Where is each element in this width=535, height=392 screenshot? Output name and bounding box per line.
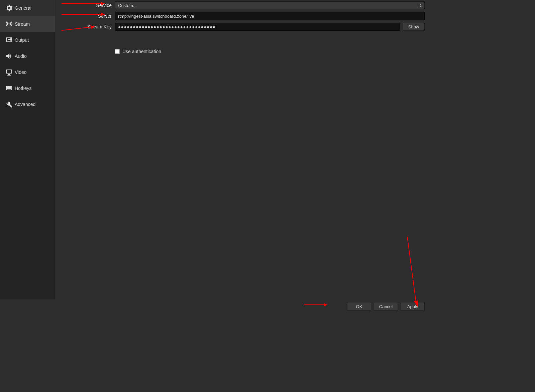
service-select[interactable]: Custom...: [115, 1, 425, 9]
settings-sidebar: General Stream Output Audio: [0, 0, 55, 299]
speaker-icon: [3, 52, 15, 60]
stream-key-label: Stream Key: [55, 24, 115, 29]
monitor-icon: [3, 68, 15, 76]
sidebar-item-output[interactable]: Output: [0, 32, 55, 48]
sidebar-item-label: General: [15, 5, 31, 11]
output-icon: [3, 36, 15, 44]
sidebar-item-stream[interactable]: Stream: [0, 16, 55, 32]
sidebar-item-video[interactable]: Video: [0, 64, 55, 80]
antenna-icon: [3, 20, 15, 28]
service-label: Service: [55, 3, 115, 8]
svg-marker-6: [419, 4, 422, 5]
svg-marker-9: [324, 303, 328, 306]
sidebar-item-label: Advanced: [15, 102, 35, 107]
tools-icon: [3, 100, 15, 108]
show-button[interactable]: Show: [403, 23, 425, 31]
sidebar-item-label: Hotkeys: [15, 86, 32, 91]
use-auth-label: Use authentication: [122, 49, 161, 54]
gear-icon: [3, 4, 15, 12]
service-value: Custom...: [118, 3, 137, 8]
sidebar-item-label: Output: [15, 37, 29, 43]
keyboard-icon: [3, 84, 15, 92]
sidebar-item-label: Audio: [15, 53, 27, 59]
server-input[interactable]: [115, 12, 425, 20]
dialog-footer: OK Cancel Apply: [0, 299, 428, 313]
use-auth-checkbox[interactable]: [115, 49, 120, 54]
sidebar-item-label: Video: [15, 70, 27, 75]
server-label: Server: [55, 13, 115, 19]
sidebar-item-hotkeys[interactable]: Hotkeys: [0, 80, 55, 96]
chevron-updown-icon: [418, 2, 423, 9]
sidebar-item-label: Stream: [15, 21, 30, 27]
settings-panel-stream: Service Custom... Server: [55, 0, 428, 299]
sidebar-item-advanced[interactable]: Advanced: [0, 96, 55, 112]
cancel-button[interactable]: Cancel: [374, 302, 398, 311]
sidebar-item-general[interactable]: General: [0, 0, 55, 16]
svg-marker-7: [419, 6, 422, 7]
sidebar-item-audio[interactable]: Audio: [0, 48, 55, 64]
apply-button[interactable]: Apply: [401, 302, 425, 311]
stream-key-input[interactable]: [115, 23, 400, 31]
ok-button[interactable]: OK: [347, 302, 371, 311]
